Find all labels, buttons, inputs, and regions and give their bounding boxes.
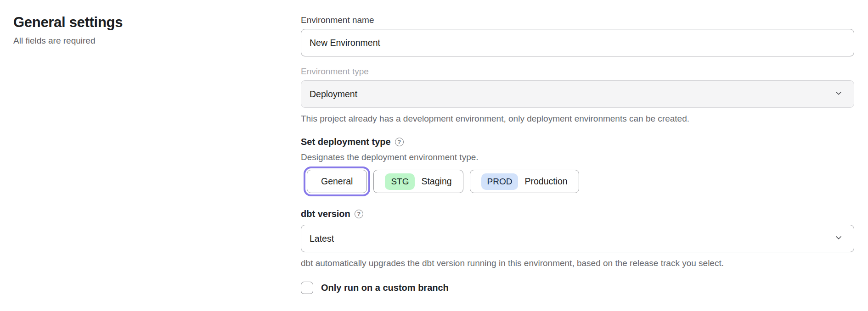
custom-branch-row: Only run on a custom branch	[301, 282, 854, 294]
dbt-version-value: Latest	[310, 233, 334, 244]
environment-type-label: Environment type	[301, 67, 854, 77]
environment-type-value: Deployment	[310, 89, 357, 100]
deployment-type-options: General STG Staging PROD Production	[301, 170, 854, 193]
production-badge: PROD	[481, 173, 519, 190]
environment-name-label: Environment name	[301, 15, 854, 25]
custom-branch-checkbox[interactable]	[301, 282, 313, 294]
environment-type-helper: This project already has a development e…	[301, 114, 854, 124]
environment-type-select[interactable]: Deployment	[301, 80, 854, 108]
dbt-version-select[interactable]: Latest	[301, 225, 854, 252]
help-icon[interactable]: ?	[355, 210, 363, 218]
deployment-type-option-staging[interactable]: STG Staging	[373, 170, 463, 193]
dbt-version-helper: dbt automatically upgrades the dbt versi…	[301, 258, 854, 268]
option-production-label: Production	[524, 176, 567, 187]
page-subtitle: All fields are required	[13, 36, 301, 46]
dbt-version-label: dbt version	[301, 209, 350, 219]
environment-name-input[interactable]	[301, 29, 854, 56]
custom-branch-label: Only run on a custom branch	[321, 283, 449, 293]
deployment-type-label: Set deployment type	[301, 137, 391, 147]
page-title: General settings	[13, 14, 301, 31]
dbt-version-header: dbt version ?	[301, 209, 854, 219]
settings-header: General settings All fields are required	[0, 0, 301, 311]
environment-form: Environment name Environment type Deploy…	[301, 0, 854, 311]
option-general-label: General	[321, 176, 353, 187]
deployment-type-option-general[interactable]: General	[307, 170, 367, 193]
deployment-type-header: Set deployment type ?	[301, 137, 854, 147]
general-settings-page: General settings All fields are required…	[0, 0, 868, 311]
chevron-down-icon	[834, 89, 843, 100]
deployment-type-description: Designates the deployment environment ty…	[301, 152, 854, 162]
chevron-down-icon	[834, 233, 843, 244]
help-icon[interactable]: ?	[395, 138, 404, 146]
staging-badge: STG	[385, 173, 415, 190]
deployment-type-option-production[interactable]: PROD Production	[470, 170, 579, 193]
option-staging-label: Staging	[421, 176, 451, 187]
